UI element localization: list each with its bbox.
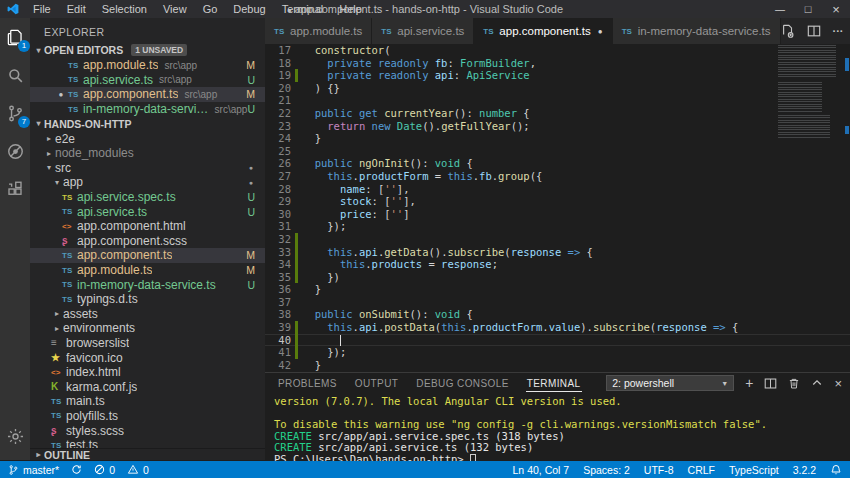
notifications-bell[interactable] — [830, 464, 842, 476]
tree-item[interactable]: ★favicon.ico — [30, 350, 265, 365]
panel-tab-debug-console[interactable]: DEBUG CONSOLE — [415, 375, 509, 392]
status-item[interactable]: 3.2.2 — [793, 464, 816, 476]
tree-item[interactable]: Kkarma.conf.js — [30, 379, 265, 394]
code-line[interactable]: 29 stock: [''], — [265, 195, 850, 208]
menu-help[interactable]: Help — [332, 2, 369, 16]
settings-gear-icon[interactable] — [0, 427, 30, 446]
tree-item[interactable]: ▾src● — [30, 161, 265, 176]
outline-header[interactable]: ▸ OUTLINE — [30, 448, 265, 460]
menu-terminal[interactable]: Terminal — [275, 2, 331, 16]
menu-edit[interactable]: Edit — [60, 2, 93, 16]
restore-button[interactable]: □ — [794, 0, 822, 18]
code-line[interactable]: 33 this.api.getData().subscribe(response… — [265, 246, 850, 259]
explorer-icon[interactable]: 1 — [2, 24, 28, 50]
tree-item[interactable]: ≡browserslist — [30, 336, 265, 351]
editor-tab-in-memory-data-service-ts[interactable]: TSin-memory-data-service.ts — [613, 18, 781, 44]
code-line[interactable]: 38 public onSubmit(): void { — [265, 308, 850, 321]
code-line[interactable]: 17 constructor( — [265, 44, 850, 57]
overview-ruler[interactable] — [843, 44, 850, 372]
folder-root-header[interactable]: ▾ HANDS-ON-HTTP — [30, 116, 265, 131]
tree-item[interactable]: TSapp.component.tsM — [30, 248, 265, 263]
code-line[interactable]: 32 — [265, 233, 850, 246]
terminal-output[interactable]: version (7.0.7). The local Angular CLI v… — [265, 393, 850, 466]
tree-item[interactable]: ʂstyles.scss — [30, 423, 265, 438]
code-line[interactable]: 39 this.api.postData(this.productForm.va… — [265, 321, 850, 334]
code-line[interactable]: 34 this.products = response; — [265, 258, 850, 271]
tree-item[interactable]: ʂapp.component.scss — [30, 234, 265, 249]
tree-item[interactable]: TSin-memory-data-service.tsU — [30, 277, 265, 292]
tree-item[interactable]: <>app.component.html — [30, 219, 265, 234]
warnings-status[interactable]: 0 — [127, 464, 149, 476]
extensions-icon[interactable] — [2, 176, 28, 202]
menu-go[interactable]: Go — [196, 2, 225, 16]
code-line[interactable]: 30 price: [''] — [265, 208, 850, 221]
search-icon[interactable] — [2, 62, 28, 88]
tree-item[interactable]: TStypings.d.ts — [30, 292, 265, 307]
menu-selection[interactable]: Selection — [95, 2, 154, 16]
menu-view[interactable]: View — [156, 2, 194, 16]
status-item[interactable]: Ln 40, Col 7 — [513, 464, 570, 476]
maximize-panel-icon[interactable] — [811, 377, 823, 389]
open-editor-item[interactable]: ●TSapp.component.tssrc\appM — [30, 87, 265, 102]
minimap[interactable] — [778, 45, 840, 143]
status-item[interactable]: Spaces: 2 — [583, 464, 630, 476]
code-line[interactable]: 35 }) — [265, 271, 850, 284]
tree-item[interactable]: ▸e2e — [30, 131, 265, 146]
errors-status[interactable]: 0 — [94, 464, 115, 476]
code-line[interactable]: 40 — [265, 334, 850, 347]
tree-item[interactable]: TSmain.ts — [30, 394, 265, 409]
open-editors-header[interactable]: ▾ OPEN EDITORS 1 UNSAVED — [30, 42, 265, 58]
new-terminal-icon[interactable]: + — [745, 375, 753, 391]
menu-debug[interactable]: Debug — [226, 2, 272, 16]
tree-item[interactable]: TSapi.service.spec.tsU — [30, 190, 265, 205]
code-line[interactable]: 26 public ngOnInit(): void { — [265, 157, 850, 170]
code-line[interactable]: 31 }); — [265, 220, 850, 233]
sync-status[interactable] — [71, 464, 82, 475]
panel-tab-output[interactable]: OUTPUT — [354, 375, 400, 392]
tree-item[interactable]: TSpolyfills.ts — [30, 409, 265, 424]
status-item[interactable]: UTF-8 — [644, 464, 674, 476]
panel-tab-terminal[interactable]: TERMINAL — [526, 375, 582, 392]
status-item[interactable]: CRLF — [688, 464, 715, 476]
tree-item[interactable]: ▾app● — [30, 175, 265, 190]
code-editor[interactable]: 17 constructor(18 private readonly fb: F… — [265, 44, 850, 372]
tree-item[interactable]: ▸environments — [30, 321, 265, 336]
tree-item[interactable]: ▸assets — [30, 307, 265, 322]
code-line[interactable]: 20 ) {} — [265, 82, 850, 95]
status-item[interactable]: TypeScript — [729, 464, 779, 476]
open-editor-item[interactable]: TSapi.service.tssrc\appU — [30, 73, 265, 88]
kill-terminal-trash-icon[interactable] — [788, 377, 800, 390]
code-line[interactable]: 36 } — [265, 283, 850, 296]
editor-tab-app-module-ts[interactable]: TSapp.module.ts — [265, 18, 372, 44]
close-panel-icon[interactable]: × — [834, 376, 842, 391]
open-changes-icon[interactable] — [781, 24, 795, 38]
terminal-shell-select[interactable]: 2: powershell ▼ — [606, 375, 734, 391]
close-button[interactable]: × — [822, 0, 850, 18]
minimize-button[interactable]: — — [766, 0, 794, 18]
code-line[interactable]: 28 name: [''], — [265, 183, 850, 196]
debug-icon[interactable] — [2, 138, 28, 164]
code-line[interactable]: 24 } — [265, 132, 850, 145]
tree-item[interactable]: TSapp.module.tsM — [30, 263, 265, 278]
editor-tab-api-service-ts[interactable]: TSapi.service.ts — [372, 18, 474, 44]
tree-item[interactable]: ▸node_modules — [30, 146, 265, 161]
panel-tab-problems[interactable]: PROBLEMS — [277, 375, 338, 392]
tree-item[interactable]: TSapi.service.tsU — [30, 204, 265, 219]
code-line[interactable]: 37 — [265, 296, 850, 309]
code-line[interactable]: 42 } — [265, 359, 850, 372]
split-terminal-icon[interactable] — [764, 377, 777, 390]
code-line[interactable]: 21 — [265, 94, 850, 107]
menu-file[interactable]: File — [26, 2, 58, 16]
open-editor-item[interactable]: TSin-memory-data-service.tssrc\appU — [30, 102, 265, 117]
editor-tab-app-component-ts[interactable]: TSapp.component.ts● — [474, 18, 612, 44]
code-line[interactable]: 23 return new Date().getFullYear(); — [265, 120, 850, 133]
code-line[interactable]: 22 public get currentYear(): number { — [265, 107, 850, 120]
code-line[interactable]: 41 }); — [265, 346, 850, 359]
code-line[interactable]: 27 this.productForm = this.fb.group({ — [265, 170, 850, 183]
split-editor-icon[interactable] — [807, 24, 821, 38]
code-line[interactable]: 18 private readonly fb: FormBuilder, — [265, 57, 850, 70]
code-line[interactable]: 19 private readonly api: ApiService — [265, 69, 850, 82]
more-actions-icon[interactable]: ··· — [833, 25, 844, 37]
open-editor-item[interactable]: TSapp.module.tssrc\appM — [30, 58, 265, 73]
tree-item[interactable]: <>index.html — [30, 365, 265, 380]
